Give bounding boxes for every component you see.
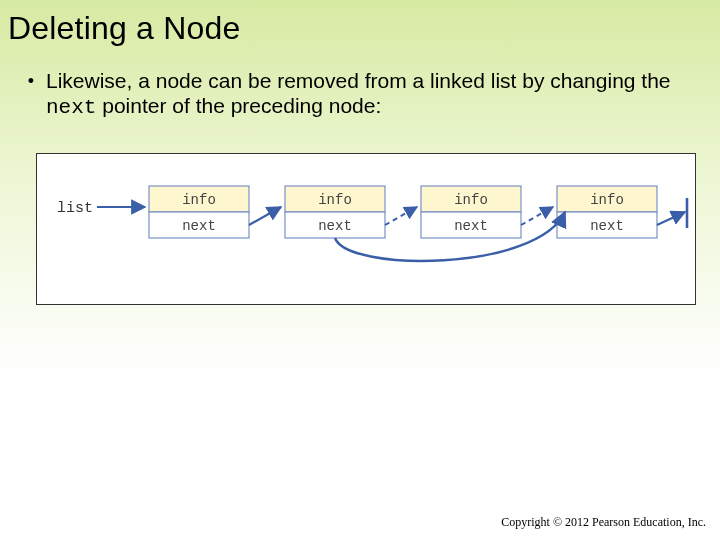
node-3-info: info: [454, 192, 488, 208]
node-2: info next: [285, 186, 385, 238]
node-4-next: next: [590, 218, 624, 234]
node-3: info next: [421, 186, 521, 238]
list-label: list: [57, 200, 93, 217]
node-4: info next: [557, 186, 657, 238]
arrow-n2-n3-old: [385, 207, 417, 225]
diagram-frame: list info next info next: [36, 153, 696, 305]
arrow-n1-n2: [249, 207, 281, 225]
node-2-next: next: [318, 218, 352, 234]
bullet-text-pre: Likewise, a node can be removed from a l…: [46, 69, 671, 92]
arrow-tail-out: [657, 212, 685, 225]
node-3-next: next: [454, 218, 488, 234]
bullet-dot: •: [24, 69, 38, 93]
node-4-info: info: [590, 192, 624, 208]
node-1-next: next: [182, 218, 216, 234]
slide-body: • Likewise, a node can be removed from a…: [0, 51, 720, 121]
arrow-n3-n4-old: [521, 207, 553, 225]
node-1: info next: [149, 186, 249, 238]
copyright-text: Copyright © 2012 Pearson Education, Inc.: [501, 515, 706, 530]
slide-title: Deleting a Node: [0, 0, 720, 51]
bullet-text: Likewise, a node can be removed from a l…: [38, 69, 696, 121]
bullet-text-post: pointer of the preceding node:: [96, 94, 381, 117]
node-1-info: info: [182, 192, 216, 208]
bullet-code: next: [46, 96, 96, 119]
node-2-info: info: [318, 192, 352, 208]
linked-list-diagram: list info next info next: [37, 154, 697, 304]
slide: Deleting a Node • Likewise, a node can b…: [0, 0, 720, 540]
bullet-item: • Likewise, a node can be removed from a…: [24, 69, 696, 121]
